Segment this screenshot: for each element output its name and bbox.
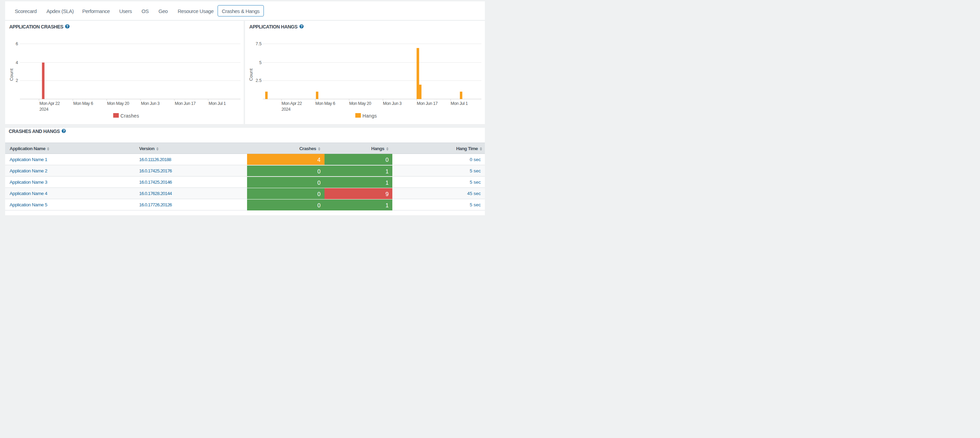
- svg-text:Mon Jul 1: Mon Jul 1: [208, 101, 226, 106]
- svg-text:2: 2: [16, 78, 18, 83]
- svg-text:4: 4: [16, 60, 18, 65]
- svg-text:Mon May 6: Mon May 6: [315, 101, 335, 106]
- svg-text:Mon Jun 17: Mon Jun 17: [417, 101, 438, 106]
- svg-text:Count: Count: [248, 68, 254, 81]
- svg-text:Mon Jun 3: Mon Jun 3: [383, 101, 402, 106]
- svg-text:2.5: 2.5: [256, 78, 261, 83]
- svg-text:2024: 2024: [282, 107, 291, 112]
- svg-text:Mon Apr 22: Mon Apr 22: [39, 101, 60, 106]
- svg-text:Mon Apr 22: Mon Apr 22: [282, 101, 302, 106]
- svg-text:Count: Count: [9, 68, 14, 81]
- svg-text:6: 6: [16, 41, 18, 46]
- svg-text:Mon May 20: Mon May 20: [349, 101, 371, 106]
- svg-text:Mon Jun 17: Mon Jun 17: [174, 101, 195, 106]
- svg-text:Mon May 20: Mon May 20: [107, 101, 129, 106]
- svg-text:5: 5: [259, 60, 262, 65]
- svg-text:Mon Jun 3: Mon Jun 3: [141, 101, 160, 106]
- svg-text:Crashes: Crashes: [120, 113, 139, 119]
- svg-text:Mon May 6: Mon May 6: [73, 101, 93, 106]
- svg-text:7.5: 7.5: [256, 41, 261, 46]
- svg-text:Mon Jul 1: Mon Jul 1: [450, 101, 468, 106]
- svg-text:Hangs: Hangs: [363, 113, 377, 119]
- svg-text:2024: 2024: [39, 107, 48, 112]
